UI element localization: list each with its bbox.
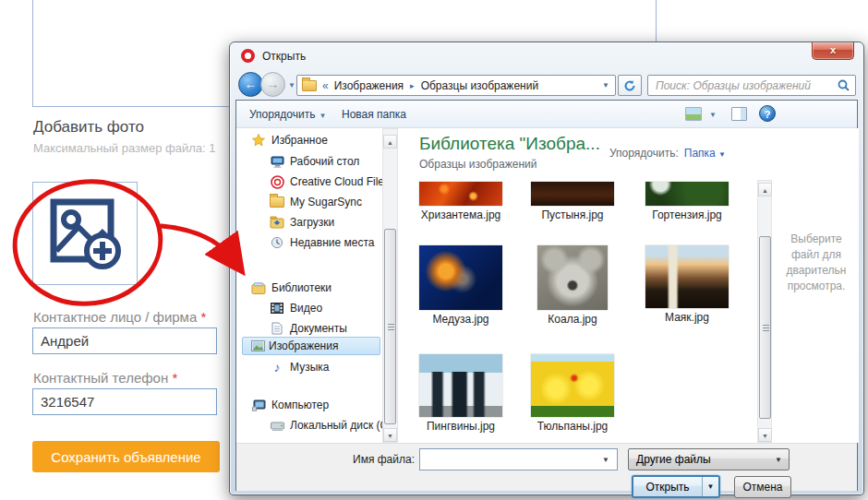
views-icon[interactable]: [685, 107, 702, 121]
file-thumbnail: [645, 182, 729, 206]
preview-text-line: дварительн: [774, 263, 859, 279]
scrollbar-thumb[interactable]: [384, 229, 396, 424]
breadcrumb-item-pictures[interactable]: Изображения: [334, 79, 404, 92]
downloads-icon: [270, 215, 284, 230]
folder-icon: [270, 195, 284, 209]
video-icon: [270, 301, 284, 315]
search-box[interactable]: Поиск: Образцы изображений: [647, 75, 856, 96]
recent-places-icon: [270, 235, 284, 250]
close-icon: x: [830, 44, 836, 55]
forward-icon: →: [267, 77, 280, 91]
breadcrumb-prefix[interactable]: «: [322, 79, 329, 92]
file-item[interactable]: Тюльпаны.jpg: [521, 354, 624, 433]
cancel-button[interactable]: Отмена: [734, 476, 791, 498]
max-file-size-note: Максимальный размер файла: 1: [33, 141, 215, 155]
add-image-icon: [45, 194, 125, 273]
arrange-value[interactable]: Папка: [684, 147, 716, 160]
star-icon: [251, 133, 266, 148]
computer-icon: [251, 398, 266, 412]
preview-text-line: Выберите: [774, 232, 859, 247]
forward-button[interactable]: →: [260, 72, 285, 97]
add-photo-title: Добавить фото: [33, 118, 144, 137]
search-icon[interactable]: [838, 79, 850, 91]
dialog-footer: Имя файла: ▼ Другие файлы ▼ Открыть ▼ От…: [236, 443, 857, 491]
new-folder-button[interactable]: Новая папка: [342, 108, 406, 121]
sidebar-item-music[interactable]: ♪ Музыка: [270, 358, 329, 376]
breadcrumb[interactable]: « Изображения ▸ Образцы изображений ▼: [296, 75, 616, 96]
library-title: Библиотека "Изобра...: [419, 134, 600, 154]
chevron-down-icon[interactable]: ▼: [718, 150, 726, 159]
breadcrumb-separator-icon: ▸: [410, 81, 415, 90]
file-item[interactable]: Гортензия.jpg: [635, 182, 739, 221]
close-button[interactable]: x: [812, 42, 854, 60]
filename-input[interactable]: [419, 448, 618, 470]
red-arrow-annotation: [162, 226, 235, 261]
file-thumbnail: [419, 354, 502, 417]
music-icon: ♪: [270, 360, 284, 375]
help-icon[interactable]: ?: [759, 105, 776, 122]
navigation-pane: Избранное Рабочий стол Creative Cloud Fi…: [236, 128, 382, 443]
search-placeholder: Поиск: Образцы изображений: [656, 79, 811, 92]
scroll-up-icon[interactable]: ▲: [758, 183, 772, 196]
sidebar-item-pictures[interactable]: Изображения: [242, 337, 380, 355]
chevron-down-icon: ▼: [319, 112, 326, 120]
sidebar-item-local-disk[interactable]: Локальный диск (C: [270, 416, 388, 435]
sidebar-item-video[interactable]: Видео: [270, 299, 322, 317]
open-split-arrow-icon[interactable]: ▼: [702, 477, 718, 496]
sidebar-item-desktop[interactable]: Рабочий стол: [270, 152, 359, 171]
preview-pane: Выберите файл для дварительн просмотра.: [774, 128, 859, 443]
preview-text-line: просмотра.: [774, 279, 859, 294]
sidebar-item-recent-places[interactable]: Недавние места: [270, 233, 374, 252]
file-item[interactable]: Хризантема.jpg: [409, 182, 512, 221]
sidebar-item-downloads[interactable]: Загрузки: [270, 213, 334, 232]
preview-text-line: файл для: [774, 247, 859, 263]
file-item[interactable]: Пингвины.jpg: [409, 354, 512, 433]
sidebar-item-favorites[interactable]: Избранное: [251, 131, 328, 149]
file-thumbnail: [531, 354, 614, 417]
file-item[interactable]: Пустыня.jpg: [521, 182, 624, 221]
organize-menu[interactable]: Упорядочить▼: [249, 108, 326, 121]
open-button-group: Открыть ▼: [632, 475, 720, 498]
address-bar: ← → ▼ « Изображения ▸ Образцы изображени…: [230, 71, 863, 99]
required-asterisk: *: [200, 309, 206, 325]
save-ad-button[interactable]: Сохранить объявление: [32, 441, 220, 472]
dialog-title: Открыть: [262, 50, 306, 63]
file-item[interactable]: Маяк.jpg: [635, 245, 739, 324]
file-item[interactable]: Коала.jpg: [521, 245, 624, 326]
opera-icon: [241, 49, 255, 63]
sidebar-item-creative-cloud[interactable]: Creative Cloud Files: [270, 173, 390, 191]
preview-pane-icon[interactable]: [731, 107, 747, 121]
contact-phone-input[interactable]: [32, 388, 217, 415]
sidebar-item-computer[interactable]: Компьютер: [251, 396, 329, 414]
libraries-icon: [251, 280, 266, 295]
back-button[interactable]: ←: [238, 72, 263, 97]
command-toolbar: Упорядочить▼ Новая папка ▼ ?: [236, 101, 857, 128]
views-dropdown-icon[interactable]: ▼: [709, 111, 717, 119]
upload-photo-dropzone[interactable]: [32, 182, 138, 285]
scrollbar-thumb[interactable]: [759, 236, 771, 419]
sidebar-scrollbar[interactable]: ▲ ▼: [382, 128, 398, 443]
contact-name-input[interactable]: [32, 327, 217, 354]
nav-history-dropdown-icon[interactable]: ▼: [288, 81, 295, 89]
refresh-button[interactable]: [618, 75, 642, 96]
creative-cloud-icon: [270, 174, 284, 189]
pictures-icon: [250, 339, 265, 353]
file-item[interactable]: Медуза.jpg: [409, 245, 512, 326]
dialog-content: Упорядочить▼ Новая папка ▼ ? Избранное Р…: [235, 100, 858, 491]
scroll-up-icon[interactable]: ▲: [383, 135, 397, 149]
scroll-down-icon[interactable]: ▼: [758, 428, 772, 442]
arrange-by: Упорядочить:Папка ▼: [609, 147, 726, 160]
address-dropdown-icon[interactable]: ▼: [602, 81, 609, 89]
open-button[interactable]: Открыть: [633, 477, 702, 496]
scroll-down-icon[interactable]: ▼: [383, 428, 397, 442]
sidebar-item-documents[interactable]: Документы: [270, 319, 347, 338]
file-list-scrollbar[interactable]: ▲ ▼: [757, 180, 772, 443]
sidebar-item-sugarsync[interactable]: My SugarSync: [270, 193, 362, 211]
breadcrumb-item-sample-pictures[interactable]: Образцы изображений: [421, 79, 538, 92]
contact-phone-label: Контактный телефон *: [33, 370, 177, 386]
documents-icon: [270, 321, 284, 336]
filename-label: Имя файла:: [353, 453, 415, 466]
dialog-titlebar[interactable]: Открыть x: [230, 42, 863, 70]
filetype-select[interactable]: Другие файлы ▼: [628, 448, 790, 470]
sidebar-item-libraries[interactable]: Библиотеки: [251, 279, 332, 297]
